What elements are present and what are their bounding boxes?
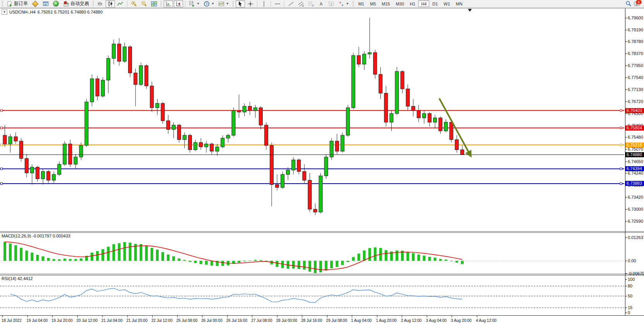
toolbar-grip[interactable] (353, 1, 354, 7)
timeframe-m5[interactable]: M5 (367, 0, 379, 7)
macd-label: MACD(12,26,9) -0.001797 0.000433 (2, 234, 70, 238)
time-axis-label: 3 Aug 20:00 (451, 318, 471, 323)
candle-body (194, 143, 197, 150)
hline-handle[interactable] (1, 110, 3, 112)
fibonacci-icon: F (308, 1, 314, 7)
horizontal-line-tool-button[interactable] (273, 0, 282, 7)
text-tool-button[interactable]: A (317, 0, 326, 7)
candle-body (172, 125, 175, 129)
timeframe-h4[interactable]: H4 (418, 0, 429, 7)
toolbar-grip[interactable] (92, 1, 94, 7)
chart-shift-button[interactable] (174, 0, 183, 7)
hline-handle[interactable] (620, 168, 622, 170)
candle-body (384, 93, 388, 122)
time-axis-label: 1 Aug 20:00 (376, 318, 397, 323)
time-axis[interactable]: 18 Jul 202219 Jul 04:0019 Jul 20:0020 Ju… (0, 315, 644, 325)
timeframe-m30[interactable]: M30 (393, 0, 407, 7)
time-axis-tick (27, 316, 28, 317)
hline-handle[interactable] (620, 144, 622, 146)
chart-profiles-button[interactable] (30, 0, 40, 7)
hline-handle[interactable] (620, 127, 622, 129)
profiles-diamond-icon (32, 0, 39, 7)
auto-scroll-button[interactable] (164, 0, 173, 7)
time-axis-tick (152, 316, 152, 317)
time-axis-label: 28 Jul 00:00 (276, 318, 298, 323)
chart-shift-marker-icon[interactable] (468, 9, 472, 12)
autotrading-button[interactable]: 自动交易 (62, 0, 91, 7)
price-chart-canvas[interactable] (0, 9, 625, 231)
fibonacci-tool-button[interactable]: F (307, 0, 316, 7)
candlestick-mode-button[interactable] (106, 0, 115, 7)
candle-body (58, 164, 61, 174)
hline-handle[interactable] (620, 182, 622, 184)
dropdown-caret-icon: ▼ (211, 2, 214, 5)
search-icon[interactable] (625, 1, 632, 7)
timeframe-w1[interactable]: W1 (441, 0, 453, 7)
text-label-tool-button[interactable]: T (327, 0, 336, 7)
timeframe-m1[interactable]: M1 (356, 0, 367, 7)
macd-bar (445, 260, 447, 261)
text-label-icon: T (328, 1, 334, 7)
candle-body (3, 135, 7, 144)
tile-windows-button[interactable] (149, 0, 159, 7)
macd-bar (118, 243, 120, 261)
time-axis-tick (402, 316, 402, 317)
price-axis-line (625, 9, 625, 315)
timeframe-m15[interactable]: M15 (379, 0, 392, 7)
candle-body (183, 135, 186, 139)
periods-button[interactable]: ▼ (202, 0, 216, 7)
candle-body (346, 108, 349, 135)
news-button[interactable] (51, 0, 61, 7)
macd-bar (9, 244, 12, 261)
templates-button[interactable]: ▼ (217, 0, 231, 7)
cursor-tool-button[interactable] (236, 0, 245, 7)
crosshair-icon (247, 1, 253, 7)
indicators-button[interactable]: ▼ (187, 0, 201, 7)
timeframe-h1[interactable]: H1 (407, 0, 418, 7)
macd-bar (129, 242, 132, 261)
one-click-trading-toggle[interactable]: ▼ (2, 9, 7, 15)
hline-handle[interactable] (620, 110, 622, 112)
candle-body (156, 103, 159, 108)
mt4-terminal: 新订单 自动交易 (0, 0, 644, 325)
time-axis-tick (177, 316, 178, 317)
toolbar-grip[interactable] (2, 1, 3, 7)
timeframe-d1[interactable]: D1 (430, 0, 440, 7)
candle-body (395, 71, 399, 113)
timeframe-mn[interactable]: MN (453, 0, 465, 7)
crosshair-tool-button[interactable] (246, 0, 255, 7)
macd-canvas[interactable] (0, 233, 625, 274)
time-axis-tick (277, 316, 277, 317)
hline-handle[interactable] (1, 182, 3, 184)
hline-handle[interactable] (1, 168, 3, 170)
zoom-in-button[interactable] (129, 0, 139, 7)
time-axis-tick (227, 316, 228, 317)
time-axis-label: 4 Aug 12:00 (476, 318, 497, 323)
autotrading-icon (63, 1, 69, 7)
bar-chart-mode-button[interactable] (96, 0, 105, 7)
candle-body (145, 65, 148, 86)
toolbar-grip[interactable] (233, 1, 234, 7)
vertical-line-tool-button[interactable] (259, 0, 269, 7)
new-order-button[interactable]: 新订单 (5, 0, 29, 7)
zoom-out-button[interactable] (139, 0, 149, 7)
macd-bar (31, 253, 33, 261)
hline-handle[interactable] (1, 127, 3, 129)
line-chart-mode-button[interactable] (116, 0, 125, 7)
candle-body (237, 111, 241, 112)
toolbar-grip[interactable] (161, 1, 162, 7)
macd-bar (248, 261, 251, 261)
candle-body (428, 113, 431, 122)
rsi-pane[interactable]: RSI(14) 42.4412 (0, 275, 644, 315)
hline-handle[interactable] (1, 144, 3, 146)
macd-pane[interactable]: MACD(12,26,9) -0.001797 0.000433 (0, 233, 644, 274)
channel-tool-button[interactable]: E (296, 0, 306, 7)
data-window-button[interactable] (41, 0, 50, 7)
svg-text:T: T (330, 2, 332, 6)
arrows-tool-button[interactable]: ▼ (337, 0, 351, 7)
rsi-canvas[interactable] (0, 275, 625, 315)
trendline-tool-button[interactable] (286, 0, 296, 7)
macd-bar (151, 248, 153, 261)
notifications-button[interactable]: 1 (634, 1, 641, 7)
main-chart-pane[interactable]: ▼ USDCNH-,H4 6.75051 6.75201 6.74880 6.7… (0, 9, 644, 231)
